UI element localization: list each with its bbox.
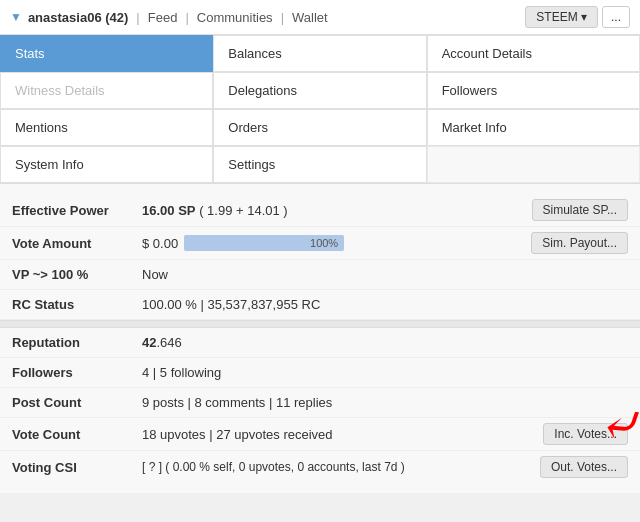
- communities-link[interactable]: Communities: [197, 10, 273, 25]
- vote-pct-label: 100%: [310, 237, 338, 249]
- out-votes-button[interactable]: Out. Votes...: [540, 456, 628, 478]
- menu-item-market-info[interactable]: Market Info: [427, 109, 640, 146]
- divider: [0, 320, 640, 328]
- menu-item-account-details[interactable]: Account Details: [427, 35, 640, 72]
- top-bar: ▼ anastasia06 (42) | Feed | Communities …: [0, 0, 640, 35]
- effective-power-value: 16.00 SP ( 1.99 + 14.01 ): [142, 203, 524, 218]
- followers-row: Followers 4 | 5 following: [0, 358, 640, 388]
- vote-amount-label: Vote Amount: [12, 236, 142, 251]
- sep3: |: [281, 10, 284, 25]
- vp-label: VP ~> 100 %: [12, 267, 142, 282]
- menu-item-followers[interactable]: Followers: [427, 72, 640, 109]
- effective-power-actions: Simulate SP...: [532, 199, 628, 221]
- vote-amount-value: $ 0.00: [142, 236, 178, 251]
- voting-csi-value: [ ? ] ( 0.00 % self, 0 upvotes, 0 accoun…: [142, 460, 532, 474]
- reputation-row: Reputation 42.646: [0, 328, 640, 358]
- menu-item-balances[interactable]: Balances: [213, 35, 426, 72]
- post-count-label: Post Count: [12, 395, 142, 410]
- steem-button[interactable]: STEEM ▾: [525, 6, 598, 28]
- reputation-label: Reputation: [12, 335, 142, 350]
- wallet-link[interactable]: Wallet: [292, 10, 328, 25]
- post-count-row: Post Count 9 posts | 8 comments | 11 rep…: [0, 388, 640, 418]
- vp-value: Now: [142, 267, 628, 282]
- rc-status-label: RC Status: [12, 297, 142, 312]
- top-bar-right: STEEM ▾ ...: [525, 6, 630, 28]
- post-count-value: 9 posts | 8 comments | 11 replies: [142, 395, 628, 410]
- menu-item-empty: [427, 146, 640, 183]
- username-label: anastasia06 (42): [28, 10, 128, 25]
- followers-value: 4 | 5 following: [142, 365, 628, 380]
- stats-panel: Effective Power 16.00 SP ( 1.99 + 14.01 …: [0, 184, 640, 493]
- feed-link[interactable]: Feed: [148, 10, 178, 25]
- vp-row: VP ~> 100 % Now: [0, 260, 640, 290]
- vote-amount-actions: Sim. Payout...: [531, 232, 628, 254]
- vote-count-value: 18 upvotes | 27 upvotes received: [142, 427, 535, 442]
- effective-power-label: Effective Power: [12, 203, 142, 218]
- sep1: |: [136, 10, 139, 25]
- menu-grid: Stats Balances Account Details Witness D…: [0, 35, 640, 184]
- menu-item-settings[interactable]: Settings: [213, 146, 426, 183]
- reputation-value: 42.646: [142, 335, 628, 350]
- vote-bar-container: $ 0.00 100%: [142, 235, 523, 251]
- menu-item-stats[interactable]: Stats: [0, 35, 213, 72]
- vote-count-label: Vote Count: [12, 427, 142, 442]
- menu-item-delegations[interactable]: Delegations: [213, 72, 426, 109]
- menu-item-mentions[interactable]: Mentions: [0, 109, 213, 146]
- followers-label: Followers: [12, 365, 142, 380]
- rc-status-row: RC Status 100.00 % | 35,537,837,955 RC: [0, 290, 640, 320]
- chevron-icon: ▼: [10, 10, 22, 24]
- vote-count-row: Vote Count 18 upvotes | 27 upvotes recei…: [0, 418, 640, 451]
- sim-payout-button[interactable]: Sim. Payout...: [531, 232, 628, 254]
- sep2: |: [185, 10, 188, 25]
- more-button[interactable]: ...: [602, 6, 630, 28]
- rc-status-value: 100.00 % | 35,537,837,955 RC: [142, 297, 628, 312]
- effective-power-row: Effective Power 16.00 SP ( 1.99 + 14.01 …: [0, 194, 640, 227]
- menu-item-orders[interactable]: Orders: [213, 109, 426, 146]
- menu-item-witness-details: Witness Details: [0, 72, 213, 109]
- vote-amount-row: Vote Amount $ 0.00 100% Sim. Payout...: [0, 227, 640, 260]
- voting-csi-actions: Out. Votes...: [540, 456, 628, 478]
- simulate-sp-button[interactable]: Simulate SP...: [532, 199, 628, 221]
- red-arrow-icon: ⤶: [594, 398, 640, 451]
- menu-item-system-info[interactable]: System Info: [0, 146, 213, 183]
- voting-csi-label: Voting CSI: [12, 460, 142, 475]
- vote-progress-bar-wrap: 100%: [184, 235, 344, 251]
- voting-csi-row: Voting CSI [ ? ] ( 0.00 % self, 0 upvote…: [0, 451, 640, 483]
